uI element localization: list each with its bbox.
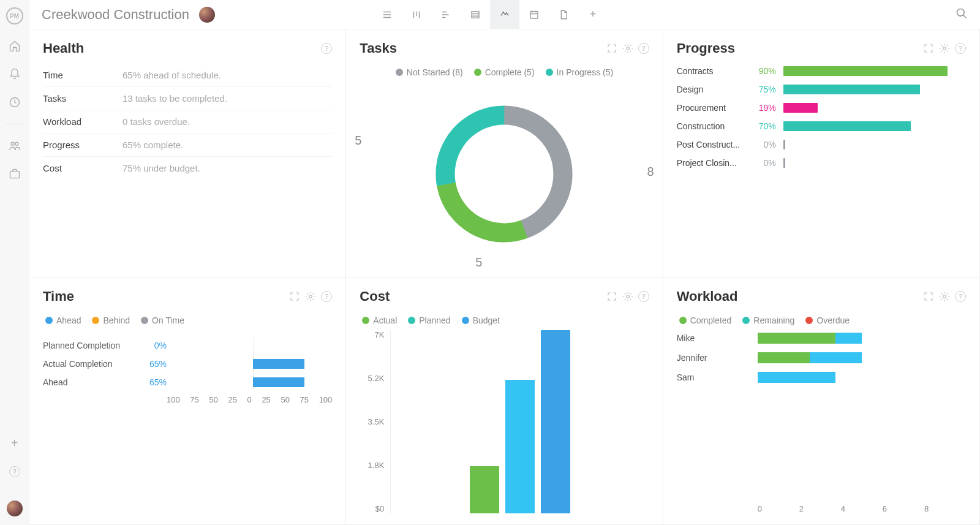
svg-point-11 bbox=[943, 47, 946, 50]
legend-dot bbox=[679, 317, 687, 324]
help-icon[interactable]: ? bbox=[638, 43, 649, 54]
axis-tick: 0 bbox=[247, 395, 252, 404]
axis-tick: 25 bbox=[262, 395, 270, 404]
axis-tick: 50 bbox=[281, 395, 289, 404]
workload-segment bbox=[758, 333, 836, 344]
legend-dot bbox=[462, 317, 469, 324]
progress-row: Project Closin... 0% bbox=[677, 158, 966, 168]
workload-name: Mike bbox=[677, 333, 750, 343]
axis-tick: 5.2K bbox=[360, 374, 384, 383]
axis-tick: 7K bbox=[360, 330, 384, 339]
clock-icon[interactable] bbox=[8, 96, 21, 109]
expand-icon[interactable] bbox=[606, 43, 617, 54]
cost-bars bbox=[390, 330, 649, 514]
legend-dot bbox=[408, 317, 415, 324]
help-icon[interactable]: ? bbox=[8, 465, 21, 478]
view-files-icon[interactable] bbox=[549, 0, 578, 29]
view-add-icon[interactable]: + bbox=[578, 0, 608, 29]
progress-bar-track bbox=[783, 66, 966, 76]
help-icon[interactable]: ? bbox=[321, 43, 332, 54]
legend-dot bbox=[742, 317, 750, 324]
axis-tick: 6 bbox=[883, 504, 924, 513]
legend-label: Overdue bbox=[816, 315, 850, 325]
project-avatar[interactable] bbox=[199, 7, 215, 23]
axis-tick: 100 bbox=[319, 395, 333, 404]
workload-legend: CompletedRemainingOverdue bbox=[677, 315, 966, 325]
legend-dot bbox=[474, 69, 481, 76]
axis-tick: 8 bbox=[924, 504, 966, 513]
legend-item: Ahead bbox=[45, 315, 81, 325]
axis-tick: 100 bbox=[167, 395, 180, 404]
cost-bar bbox=[541, 330, 570, 514]
progress-pct: 0% bbox=[752, 158, 776, 168]
view-calendar-icon[interactable] bbox=[519, 0, 549, 29]
card-title: Time bbox=[43, 289, 74, 304]
expand-icon[interactable] bbox=[923, 291, 934, 302]
workload-segment bbox=[810, 352, 862, 363]
app-logo[interactable]: PM bbox=[6, 7, 23, 25]
progress-pct: 90% bbox=[752, 66, 776, 76]
svg-rect-3 bbox=[10, 172, 19, 178]
workload-row: Sam bbox=[677, 372, 966, 383]
view-board-icon[interactable] bbox=[402, 0, 431, 29]
help-icon[interactable]: ? bbox=[321, 291, 332, 302]
health-label: Progress bbox=[43, 140, 123, 150]
gear-icon[interactable] bbox=[939, 43, 950, 54]
gear-icon[interactable] bbox=[305, 291, 316, 302]
expand-icon[interactable] bbox=[606, 291, 617, 302]
progress-bar-track bbox=[783, 158, 966, 168]
health-value: 65% complete. bbox=[123, 140, 183, 150]
svg-point-13 bbox=[626, 295, 629, 298]
progress-row: Procurement 19% bbox=[677, 103, 966, 113]
axis-tick: 75 bbox=[300, 395, 309, 404]
add-icon[interactable]: + bbox=[11, 436, 18, 450]
briefcase-icon[interactable] bbox=[8, 167, 21, 181]
workload-row: Jennifer bbox=[677, 352, 966, 363]
progress-bar-track bbox=[783, 121, 966, 131]
workload-bar bbox=[758, 352, 966, 363]
progress-name: Design bbox=[677, 85, 744, 94]
help-icon[interactable]: ? bbox=[955, 43, 966, 54]
svg-rect-4 bbox=[472, 11, 479, 18]
legend-item: In Progress (5) bbox=[546, 67, 614, 77]
legend-item: Not Started (8) bbox=[396, 67, 463, 77]
view-list-icon[interactable] bbox=[372, 0, 402, 29]
axis-tick: 4 bbox=[841, 504, 883, 513]
view-tabs: + bbox=[372, 0, 608, 29]
progress-pct: 19% bbox=[752, 103, 776, 113]
progress-name: Contracts bbox=[677, 66, 744, 76]
health-label: Workload bbox=[43, 116, 123, 127]
card-title: Health bbox=[43, 40, 84, 56]
view-gantt-icon[interactable] bbox=[431, 0, 461, 29]
gear-icon[interactable] bbox=[939, 291, 950, 302]
people-icon[interactable] bbox=[8, 139, 21, 153]
home-icon[interactable] bbox=[8, 39, 21, 53]
help-icon[interactable]: ? bbox=[638, 291, 649, 302]
gear-icon[interactable] bbox=[622, 291, 633, 302]
legend-label: Complete (5) bbox=[485, 67, 535, 77]
progress-bar bbox=[783, 85, 921, 94]
legend-label: Behind bbox=[103, 315, 130, 325]
health-row: Progress65% complete. bbox=[43, 134, 332, 157]
view-dashboard-icon[interactable] bbox=[490, 0, 519, 29]
workload-bar bbox=[758, 372, 966, 383]
expand-icon[interactable] bbox=[289, 291, 300, 302]
gear-icon[interactable] bbox=[622, 43, 633, 54]
legend-dot bbox=[141, 317, 148, 324]
health-label: Time bbox=[43, 70, 123, 80]
search-icon[interactable] bbox=[956, 7, 968, 22]
legend-dot bbox=[546, 69, 553, 76]
card-workload: Workload ? CompletedRemainingOverdue Mik… bbox=[663, 278, 980, 526]
legend-label: Budget bbox=[473, 315, 500, 325]
help-icon[interactable]: ? bbox=[955, 291, 966, 302]
view-table-icon[interactable] bbox=[461, 0, 490, 29]
svg-point-1 bbox=[11, 142, 14, 145]
bell-icon[interactable] bbox=[8, 67, 21, 81]
svg-point-6 bbox=[957, 9, 965, 16]
expand-icon[interactable] bbox=[923, 43, 934, 54]
health-label: Cost bbox=[43, 163, 123, 173]
user-avatar[interactable] bbox=[7, 500, 23, 516]
legend-item: On Time bbox=[141, 315, 184, 325]
time-bar-track bbox=[174, 359, 332, 369]
legend-label: Not Started (8) bbox=[407, 67, 463, 77]
